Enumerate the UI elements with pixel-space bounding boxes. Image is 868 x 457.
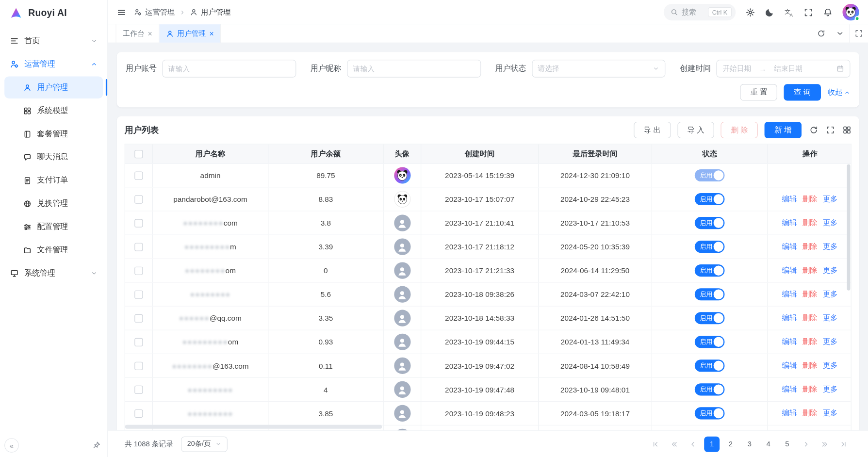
tab-list-dropdown[interactable]	[830, 24, 849, 43]
close-tab-icon[interactable]: ×	[209, 30, 213, 37]
status-toggle[interactable]: 启用	[695, 264, 725, 277]
first-page-button[interactable]	[648, 436, 663, 452]
sidebar-item-system-model[interactable]: 系统模型	[4, 99, 103, 122]
edit-link[interactable]: 编辑	[782, 242, 797, 252]
reset-button[interactable]: 重 置	[740, 84, 777, 100]
page-button-5[interactable]: 5	[779, 436, 795, 452]
status-toggle[interactable]: 启用	[695, 383, 725, 395]
more-link[interactable]: 更多	[823, 408, 838, 419]
row-checkbox[interactable]	[134, 338, 143, 346]
delete-link[interactable]: 删除	[802, 218, 818, 228]
more-link[interactable]: 更多	[823, 313, 838, 323]
status-select[interactable]: 请选择	[532, 60, 666, 77]
tab-user-management[interactable]: 用户管理 ×	[160, 24, 221, 43]
collapse-filters-link[interactable]: 收起	[828, 87, 851, 98]
notifications-icon[interactable]	[823, 7, 833, 16]
sidebar-item-file-management[interactable]: 文件管理	[4, 239, 103, 261]
delete-link[interactable]: 删除	[802, 337, 818, 347]
status-toggle[interactable]: 启用	[695, 336, 725, 348]
more-link[interactable]: 更多	[823, 265, 838, 276]
delete-link[interactable]: 删除	[802, 265, 818, 276]
logo[interactable]: Ruoyi AI	[0, 0, 107, 27]
add-button[interactable]: 新 增	[765, 122, 802, 138]
row-checkbox[interactable]	[134, 409, 143, 417]
more-link[interactable]: 更多	[823, 361, 838, 371]
select-all-checkbox[interactable]	[134, 149, 143, 158]
next-page-button[interactable]	[798, 436, 814, 452]
page-button-4[interactable]: 4	[761, 436, 776, 452]
delete-button[interactable]: 删 除	[721, 122, 758, 138]
row-checkbox[interactable]	[134, 195, 143, 203]
row-checkbox[interactable]	[134, 266, 143, 275]
user-avatar[interactable]	[842, 4, 859, 20]
settings-icon[interactable]	[746, 7, 755, 16]
close-tab-icon[interactable]: ×	[148, 30, 152, 37]
edit-link[interactable]: 编辑	[782, 265, 797, 276]
status-toggle[interactable]: 启用	[695, 359, 725, 372]
more-link[interactable]: 更多	[823, 385, 838, 395]
tab-workbench[interactable]: 工作台 ×	[115, 24, 159, 43]
jump-prev-button[interactable]	[667, 436, 682, 452]
delete-link[interactable]: 删除	[802, 313, 818, 323]
edit-link[interactable]: 编辑	[782, 337, 797, 347]
import-button[interactable]: 导 入	[677, 122, 714, 138]
table-fullscreen-icon[interactable]	[826, 126, 835, 134]
more-link[interactable]: 更多	[823, 194, 838, 204]
date-range-picker[interactable]: 开始日期 → 结束日期	[717, 60, 851, 77]
status-toggle[interactable]: 启用	[695, 288, 725, 300]
content-fullscreen-button[interactable]	[849, 24, 868, 43]
delete-link[interactable]: 删除	[802, 289, 818, 299]
delete-link[interactable]: 删除	[802, 361, 818, 371]
global-search-input[interactable]: 搜索 Ctrl K	[663, 4, 736, 20]
last-page-button[interactable]	[836, 436, 852, 452]
status-toggle[interactable]: 启用	[695, 193, 725, 205]
status-toggle[interactable]: 启用	[695, 312, 725, 324]
row-checkbox[interactable]	[134, 243, 143, 251]
tab-refresh-button[interactable]	[812, 24, 831, 43]
row-checkbox[interactable]	[134, 290, 143, 298]
dark-mode-icon[interactable]	[765, 7, 774, 16]
delete-link[interactable]: 删除	[802, 194, 818, 204]
delete-link[interactable]: 删除	[802, 242, 818, 252]
more-link[interactable]: 更多	[823, 242, 838, 252]
more-link[interactable]: 更多	[823, 337, 838, 347]
sidebar-item-config-management[interactable]: 配置管理	[4, 216, 103, 238]
status-toggle[interactable]: 启用	[695, 241, 725, 253]
status-toggle[interactable]: 启用	[695, 407, 725, 419]
table-refresh-icon[interactable]	[809, 126, 818, 134]
edit-link[interactable]: 编辑	[782, 289, 797, 299]
delete-link[interactable]: 删除	[802, 408, 818, 419]
account-input[interactable]	[162, 60, 296, 77]
nickname-input[interactable]	[347, 60, 481, 77]
page-button-1[interactable]: 1	[704, 436, 720, 452]
vertical-scrollbar[interactable]	[847, 164, 851, 291]
sidebar-item-chat-messages[interactable]: 聊天消息	[4, 146, 103, 168]
breadcrumb-user-management[interactable]: 用户管理	[190, 7, 230, 17]
edit-link[interactable]: 编辑	[782, 313, 797, 323]
status-toggle[interactable]: 启用	[695, 217, 725, 229]
sidebar-item-user-management[interactable]: 用户管理	[4, 76, 103, 98]
pin-icon[interactable]	[93, 441, 101, 449]
row-checkbox[interactable]	[134, 314, 143, 322]
edit-link[interactable]: 编辑	[782, 408, 797, 419]
sidebar-item-exchange-management[interactable]: 兑换管理	[4, 193, 103, 215]
sidebar-item-package-management[interactable]: 套餐管理	[4, 123, 103, 145]
language-icon[interactable]: 文A	[785, 7, 794, 16]
sidebar-item-system-management[interactable]: 系统管理	[4, 262, 103, 285]
sidebar-item-home[interactable]: 首页	[4, 30, 103, 52]
breadcrumb-operations[interactable]: 运营管理	[134, 7, 175, 17]
fullscreen-icon[interactable]	[804, 7, 813, 16]
prev-page-button[interactable]	[685, 436, 701, 452]
row-checkbox[interactable]	[134, 171, 143, 180]
page-size-select[interactable]: 20条/页	[181, 436, 227, 452]
page-button-3[interactable]: 3	[742, 436, 757, 452]
query-button[interactable]: 查 询	[784, 84, 821, 100]
edit-link[interactable]: 编辑	[782, 194, 797, 204]
delete-link[interactable]: 删除	[802, 385, 818, 395]
status-toggle[interactable]: 启用	[695, 169, 725, 181]
row-checkbox[interactable]	[134, 385, 143, 393]
sidebar-collapse-button[interactable]: «	[4, 438, 19, 453]
hamburger-menu-icon[interactable]	[117, 7, 126, 16]
more-link[interactable]: 更多	[823, 289, 838, 299]
jump-next-button[interactable]	[817, 436, 833, 452]
